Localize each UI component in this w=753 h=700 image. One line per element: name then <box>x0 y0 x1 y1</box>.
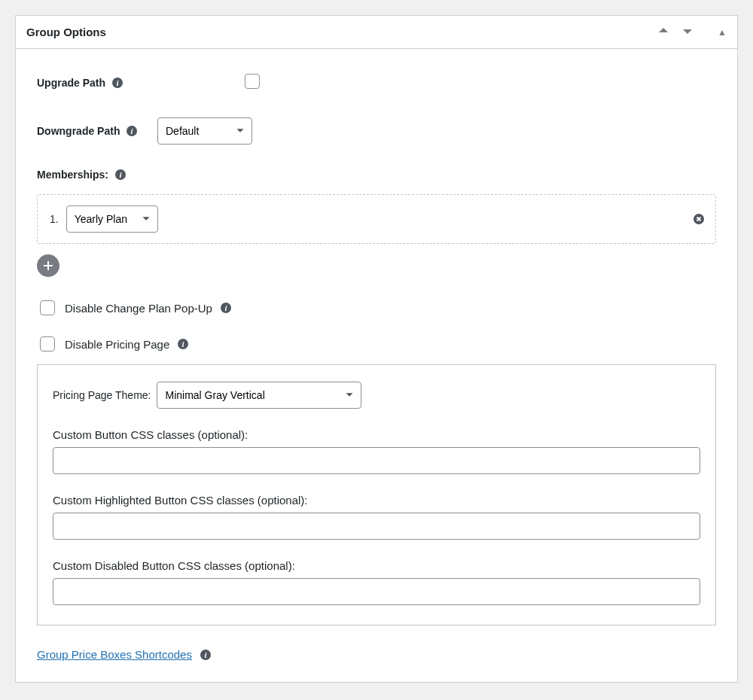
downgrade-path-row: Downgrade Path i Default <box>37 117 716 145</box>
custom-hl-btn-label: Custom Highlighted Button CSS classes (o… <box>53 494 700 507</box>
group-options-panel: Group Options ▲ Upgrade Path i <box>15 15 738 683</box>
pricing-theme-select[interactable]: Minimal Gray Vertical <box>157 382 361 409</box>
disable-pricing-row: Disable Pricing Page i <box>37 334 716 354</box>
remove-membership-icon[interactable] <box>693 213 705 225</box>
upgrade-path-label: Upgrade Path i <box>37 77 157 89</box>
custom-btn-input[interactable] <box>53 447 700 474</box>
custom-btn-label: Custom Button CSS classes (optional): <box>53 428 700 441</box>
panel-header: Group Options ▲ <box>16 16 737 49</box>
custom-dis-btn-input[interactable] <box>53 578 700 605</box>
upgrade-path-checkbox[interactable] <box>245 74 260 89</box>
pricing-subpanel: Pricing Page Theme: Minimal Gray Vertica… <box>37 364 716 625</box>
info-icon[interactable]: i <box>111 77 123 89</box>
membership-index: 1. <box>50 213 59 225</box>
info-icon[interactable]: i <box>200 649 212 661</box>
move-up-icon[interactable] <box>656 23 671 41</box>
upgrade-path-row: Upgrade Path i <box>37 72 716 93</box>
memberships-label: Memberships: i <box>37 169 716 181</box>
add-membership-button[interactable] <box>37 254 59 277</box>
info-icon[interactable]: i <box>126 125 138 137</box>
disable-pricing-label: Disable Pricing Page <box>65 338 169 351</box>
downgrade-path-label: Downgrade Path i <box>37 125 157 137</box>
panel-body: Upgrade Path i Downgrade Path i Default … <box>16 49 737 682</box>
disable-popup-label: Disable Change Plan Pop-Up <box>65 302 212 315</box>
downgrade-path-select[interactable]: Default <box>157 117 252 145</box>
disable-popup-row: Disable Change Plan Pop-Up i <box>37 298 716 318</box>
pricing-theme-row: Pricing Page Theme: Minimal Gray Vertica… <box>53 382 700 409</box>
disable-pricing-checkbox[interactable] <box>40 336 55 352</box>
collapse-icon[interactable]: ▲ <box>718 27 727 38</box>
pricing-theme-label: Pricing Page Theme: <box>53 389 151 401</box>
shortcodes-link[interactable]: Group Price Boxes Shortcodes <box>37 648 192 661</box>
membership-item: 1. Yearly Plan <box>37 194 716 244</box>
info-icon[interactable]: i <box>220 302 232 314</box>
membership-select[interactable]: Yearly Plan <box>66 205 158 233</box>
panel-title: Group Options <box>26 26 106 38</box>
custom-hl-btn-input[interactable] <box>53 513 700 540</box>
info-icon[interactable]: i <box>114 169 127 181</box>
info-icon[interactable]: i <box>177 338 189 350</box>
footer-row: Group Price Boxes Shortcodes i <box>37 648 716 661</box>
move-down-icon[interactable] <box>680 23 695 41</box>
panel-header-controls: ▲ <box>656 23 727 41</box>
disable-popup-checkbox[interactable] <box>40 300 55 315</box>
custom-dis-btn-label: Custom Disabled Button CSS classes (opti… <box>53 559 700 572</box>
